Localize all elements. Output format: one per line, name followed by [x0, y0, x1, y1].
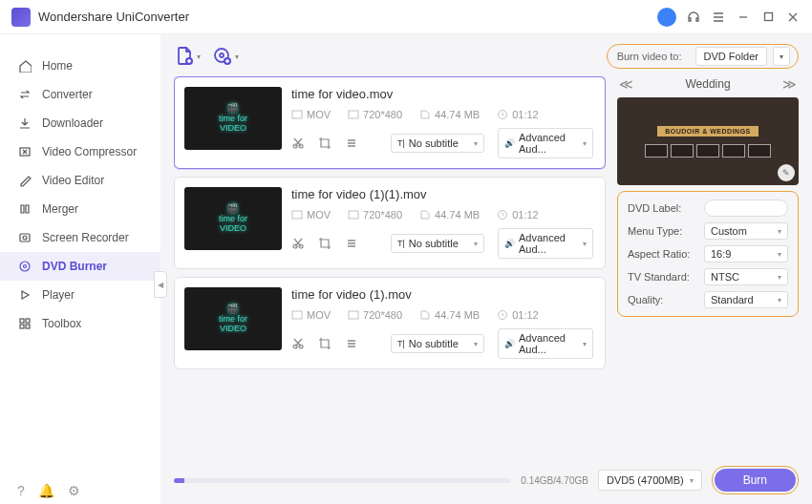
size-progress: [174, 478, 511, 483]
file-resolution: 720*480: [348, 209, 402, 220]
play-icon: [17, 287, 32, 303]
template-next-icon[interactable]: ≫: [782, 76, 797, 92]
settings-icon[interactable]: ⚙: [68, 483, 80, 498]
svg-rect-8: [20, 325, 24, 328]
file-card[interactable]: 🎬time forVIDEOtime for video.movMOV720*4…: [174, 76, 606, 169]
aspect-ratio-label: Aspect Ratio:: [628, 248, 690, 260]
file-card[interactable]: 🎬time forVIDEOtime for video (1).movMOV7…: [174, 277, 606, 369]
menu-type-select[interactable]: Custom▾: [704, 222, 788, 240]
template-banner: BOUDOIR & WEDDINGS: [657, 126, 759, 136]
audio-select[interactable]: 🔊Advanced Aud...▾: [498, 128, 593, 158]
more-icon[interactable]: [345, 337, 358, 350]
help-icon[interactable]: ?: [17, 483, 25, 498]
trim-icon[interactable]: [291, 237, 305, 250]
file-name: time for video (1).mov: [291, 287, 595, 302]
quality-label: Quality:: [628, 294, 663, 305]
destination-select[interactable]: DVD Folder: [695, 47, 767, 66]
template-slot: [748, 144, 771, 158]
svg-rect-19: [292, 211, 302, 219]
file-size: 44.74 MB: [419, 209, 480, 220]
disc-type-select[interactable]: DVD5 (4700MB)▾: [598, 470, 702, 491]
file-thumbnail: 🎬time forVIDEO: [184, 87, 282, 150]
home-icon: [17, 58, 32, 74]
sidebar-item-downloader[interactable]: Downloader: [0, 109, 160, 137]
sidebar-item-video-editor[interactable]: Video Editor: [0, 166, 160, 195]
editor-icon: [17, 173, 32, 188]
destination-dropdown-icon[interactable]: ▾: [773, 47, 790, 66]
file-list: 🎬time forVIDEOtime for video.movMOV720*4…: [174, 76, 606, 454]
file-name: time for video (1)(1).mov: [291, 187, 595, 201]
quality-select[interactable]: Standard▾: [704, 291, 788, 308]
subtitle-select[interactable]: T|No subtitle▾: [391, 134, 484, 153]
more-icon[interactable]: [345, 237, 358, 250]
template-preview: BOUDOIR & WEDDINGS ✎: [617, 97, 799, 185]
add-file-button[interactable]: ▾: [174, 46, 201, 67]
sidebar-item-dvd-burner[interactable]: DVD Burner: [0, 252, 160, 281]
template-slot: [722, 144, 745, 158]
user-avatar-icon[interactable]: [657, 8, 676, 27]
edit-template-icon[interactable]: ✎: [778, 164, 795, 181]
file-duration: 01:12: [497, 309, 539, 321]
sidebar-item-merger[interactable]: Merger: [0, 195, 160, 223]
svg-point-4: [20, 262, 30, 271]
svg-rect-6: [20, 319, 24, 323]
collapse-sidebar-button[interactable]: ◀: [154, 271, 167, 298]
svg-point-12: [220, 53, 224, 57]
menu-icon[interactable]: [711, 10, 726, 25]
trim-icon[interactable]: [291, 136, 305, 150]
aspect-ratio-select[interactable]: 16:9▾: [704, 245, 788, 262]
sidebar-item-label: Home: [42, 59, 73, 73]
compress-icon: [17, 144, 32, 159]
bottom-bar: 0.14GB/4.70GB DVD5 (4700MB)▾ Burn: [174, 462, 799, 494]
sidebar-item-label: Toolbox: [42, 317, 81, 330]
file-format: MOV: [291, 209, 331, 220]
tv-standard-label: TV Standard:: [628, 271, 690, 283]
template-slot: [645, 144, 668, 158]
file-thumbnail: 🎬time forVIDEO: [184, 287, 282, 350]
audio-select[interactable]: 🔊Advanced Aud...▾: [498, 228, 593, 259]
convert-icon: [17, 87, 32, 102]
sidebar-item-converter[interactable]: Converter: [0, 80, 160, 109]
bell-icon[interactable]: 🔔: [38, 483, 54, 498]
file-card[interactable]: 🎬time forVIDEOtime for video (1)(1).movM…: [174, 177, 606, 269]
trim-icon[interactable]: [291, 337, 305, 350]
file-duration: 01:12: [497, 109, 539, 120]
template-name: Wedding: [685, 77, 730, 91]
subtitle-select[interactable]: T|No subtitle▾: [391, 234, 484, 253]
sidebar-item-toolbox[interactable]: Toolbox: [0, 309, 160, 338]
more-icon[interactable]: [345, 136, 358, 150]
add-disc-button[interactable]: ▾: [212, 46, 239, 67]
file-format: MOV: [291, 109, 331, 120]
subtitle-select[interactable]: T|No subtitle▾: [391, 334, 484, 353]
sidebar-item-video-compressor[interactable]: Video Compressor: [0, 137, 160, 166]
minimize-icon[interactable]: [736, 10, 751, 25]
record-icon: [17, 230, 32, 245]
audio-select[interactable]: 🔊Advanced Aud...▾: [498, 328, 593, 359]
toolbox-icon: [17, 316, 32, 331]
crop-icon[interactable]: [318, 337, 331, 350]
burn-button[interactable]: Burn: [715, 469, 796, 492]
main-panel: ▾ ▾ Burn video to: DVD Folder ▾ 🎬time fo…: [160, 34, 812, 504]
file-name: time for video.mov: [291, 87, 595, 101]
merge-icon: [17, 201, 32, 217]
size-text: 0.14GB/4.70GB: [521, 475, 588, 486]
crop-icon[interactable]: [318, 237, 331, 250]
dvd-label-input[interactable]: [704, 200, 788, 217]
sidebar-item-player[interactable]: Player: [0, 281, 160, 309]
svg-point-5: [24, 265, 27, 268]
sidebar-item-screen-recorder[interactable]: Screen Recorder: [0, 223, 160, 252]
svg-rect-7: [26, 319, 30, 323]
download-icon: [17, 116, 32, 131]
template-prev-icon[interactable]: ≪: [619, 76, 633, 92]
headset-icon[interactable]: [686, 10, 701, 25]
close-icon[interactable]: [785, 10, 801, 25]
maximize-icon[interactable]: [760, 10, 776, 25]
dvd-settings: DVD Label: Menu Type:Custom▾ Aspect Rati…: [617, 191, 799, 317]
template-slot: [696, 144, 719, 158]
tv-standard-select[interactable]: NTSC▾: [704, 268, 788, 285]
sidebar-item-label: Screen Recorder: [42, 231, 129, 244]
sidebar-item-home[interactable]: Home: [0, 52, 160, 80]
svg-rect-24: [292, 311, 302, 319]
app-title: Wondershare UniConverter: [38, 10, 657, 24]
crop-icon[interactable]: [318, 136, 331, 150]
